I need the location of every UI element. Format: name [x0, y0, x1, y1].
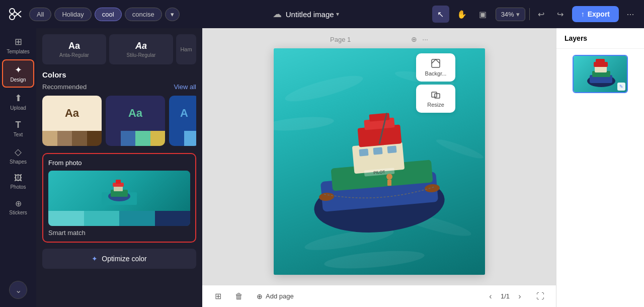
- layer-edit-icon: ✎: [617, 83, 625, 91]
- export-button[interactable]: ↑ Export: [572, 6, 619, 22]
- svg-point-12: [274, 115, 335, 133]
- tag-cool[interactable]: cool: [95, 8, 122, 21]
- more-options-button[interactable]: ···: [623, 7, 638, 22]
- sidebar-collapse-button[interactable]: ⌄: [9, 281, 27, 299]
- sidebar-item-text[interactable]: T Text: [2, 116, 34, 141]
- upload-icon: ⬆: [15, 93, 22, 104]
- tag-all[interactable]: All: [29, 8, 51, 21]
- color-palette-blue[interactable]: Aa: [106, 96, 165, 146]
- tag-concise[interactable]: concise: [125, 8, 162, 21]
- sidebar-item-design[interactable]: ✦ Design: [2, 59, 34, 88]
- tag-holiday[interactable]: Holiday: [54, 8, 91, 21]
- svg-rect-42: [596, 59, 605, 63]
- delete-page-button[interactable]: 🗑: [231, 289, 247, 304]
- color-palette-warm[interactable]: Aa: [42, 96, 102, 146]
- svg-rect-24: [373, 147, 382, 155]
- redo-button[interactable]: ↪: [553, 7, 568, 22]
- layout-tool-button[interactable]: ▣: [474, 6, 492, 23]
- page-indicator: 1/1: [501, 292, 510, 300]
- font-card-anta[interactable]: Aa Anta-Regular: [42, 34, 106, 64]
- zoom-chevron-icon: ▾: [516, 11, 520, 18]
- next-page-button[interactable]: ›: [513, 289, 527, 303]
- svg-rect-34: [432, 59, 440, 67]
- sidebar-item-upload[interactable]: ⬆ Upload: [2, 89, 34, 115]
- undo-button[interactable]: ↩: [534, 7, 549, 22]
- page-label: Page 1 ⊕ ···: [330, 35, 428, 43]
- grid-view-button[interactable]: ⊞: [210, 289, 225, 304]
- shapes-icon: ◇: [15, 146, 22, 158]
- sidebar-item-stickers[interactable]: ⊕ Stickers: [2, 195, 34, 219]
- layer-thumbnail[interactable]: ✎: [573, 55, 628, 93]
- svg-point-1: [10, 15, 15, 20]
- fullscreen-button[interactable]: ⛶: [533, 289, 548, 304]
- duplicate-page-button[interactable]: ⊕: [411, 35, 417, 43]
- svg-point-13: [435, 136, 485, 161]
- svg-point-32: [386, 174, 392, 180]
- page-options-button[interactable]: ···: [422, 35, 428, 43]
- prev-page-button[interactable]: ‹: [484, 289, 498, 303]
- photo-color-card[interactable]: [48, 171, 190, 226]
- from-photo-section: From photo: [42, 153, 196, 243]
- view-all-link[interactable]: View all: [174, 83, 196, 91]
- font-card-ham[interactable]: Ham: [176, 34, 196, 64]
- colors-section-title: Colors: [42, 70, 66, 79]
- sidebar-item-shapes[interactable]: ◇ Shapes: [2, 142, 34, 169]
- from-photo-label: From photo: [48, 159, 190, 167]
- title-chevron-icon: ▾: [336, 11, 339, 18]
- zoom-control[interactable]: 34% ▾: [496, 8, 525, 21]
- logo-icon[interactable]: [6, 5, 24, 23]
- svg-point-10: [283, 71, 364, 106]
- photos-icon: 🖼: [14, 174, 22, 183]
- svg-rect-23: [359, 148, 368, 157]
- svg-rect-9: [116, 180, 121, 184]
- svg-rect-33: [387, 180, 391, 186]
- svg-rect-35: [432, 92, 437, 97]
- hand-tool-button[interactable]: ✋: [453, 6, 470, 23]
- svg-point-0: [10, 9, 15, 14]
- canvas-title[interactable]: Untitled image ▾: [286, 10, 339, 19]
- optimize-color-button[interactable]: ✦ Optimize color: [42, 249, 196, 269]
- svg-point-16: [324, 248, 425, 271]
- background-tool-button[interactable]: Backgr...: [416, 53, 455, 82]
- separator: [529, 8, 530, 20]
- font-name-stilu: Stilu-Regular: [127, 52, 156, 58]
- svg-rect-25: [387, 145, 396, 154]
- add-page-button[interactable]: ⊕ Add page: [253, 290, 298, 302]
- optimize-icon: ✦: [92, 255, 98, 263]
- font-name-ham: Ham: [180, 46, 192, 52]
- cloud-save-icon: ☁: [273, 9, 282, 20]
- font-name-anta: Anta-Regular: [59, 52, 89, 58]
- sidebar-item-photos[interactable]: 🖼 Photos: [2, 170, 34, 194]
- smart-match-label: Smart match: [48, 229, 190, 237]
- select-tool-button[interactable]: ↖: [432, 6, 449, 23]
- font-card-stilu[interactable]: Aa Stilu-Regular: [109, 34, 173, 64]
- layers-panel-header: Layers: [556, 28, 644, 49]
- text-icon: T: [16, 120, 21, 130]
- sidebar-item-templates[interactable]: ⊞ Templates: [2, 32, 34, 58]
- tag-more-button[interactable]: ▾: [165, 8, 180, 21]
- resize-tool-button[interactable]: Resize: [416, 85, 455, 113]
- color-palette-partial[interactable]: A: [169, 96, 196, 146]
- recommended-label: Recommended: [42, 83, 87, 91]
- stickers-icon: ⊕: [15, 199, 22, 208]
- design-icon: ✦: [15, 64, 22, 75]
- templates-icon: ⊞: [15, 36, 22, 47]
